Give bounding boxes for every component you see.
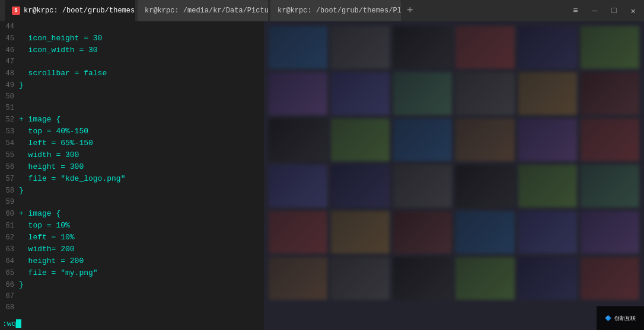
- code-line-54: 54 left = 65%-150: [0, 137, 264, 149]
- line-number: 51: [0, 102, 19, 114]
- line-content: left = 10%: [19, 232, 75, 243]
- line-content: file = "kde_logo.png": [19, 173, 125, 184]
- line-number: 65: [0, 268, 19, 279]
- code-line-56: 56 height = 300: [0, 161, 264, 173]
- line-number: 61: [0, 220, 19, 232]
- cmd-text: :wq: [2, 319, 16, 328]
- code-line-47: 47: [0, 56, 264, 68]
- line-number: 63: [0, 244, 19, 255]
- line-number: 60: [0, 209, 19, 220]
- line-content: + image {: [19, 114, 60, 125]
- code-line-46: 46 icon_width = 30: [0, 44, 264, 56]
- filebrowser-pane: [264, 21, 644, 330]
- line-content: width = 300: [19, 149, 79, 161]
- line-content: width= 200: [19, 244, 75, 255]
- line-number: 45: [0, 33, 19, 44]
- command-line[interactable]: :wq: [0, 317, 264, 330]
- menu-button[interactable]: ≡: [569, 5, 581, 17]
- line-content: icon_height = 30: [19, 33, 102, 44]
- code-line-68: 68: [0, 302, 264, 313]
- titlebar: $ kr@krpc: /boot/grub/themes/Plas kr@krp…: [0, 0, 644, 21]
- line-number: 53: [0, 126, 19, 137]
- line-content: }: [19, 185, 24, 196]
- code-line-57: 57 file = "kde_logo.png": [0, 173, 264, 185]
- line-number: 59: [0, 197, 19, 208]
- tab-3-label: kr@krpc: /boot/grub/themes/Plas: [278, 7, 401, 15]
- code-line-64: 64 height = 200: [0, 255, 264, 267]
- code-line-65: 65 file = "my.png": [0, 267, 264, 279]
- line-content: left = 65%-150: [19, 137, 93, 149]
- watermark-text: 🔷 创新互联: [605, 315, 636, 322]
- line-content: }: [19, 279, 24, 290]
- line-number: 68: [0, 302, 19, 313]
- minimize-button[interactable]: —: [589, 5, 601, 17]
- line-number: 46: [0, 45, 19, 56]
- code-line-67: 67: [0, 291, 264, 302]
- code-line-66: 66}: [0, 279, 264, 291]
- line-number: 67: [0, 291, 19, 302]
- line-number: 55: [0, 150, 19, 161]
- line-number: 66: [0, 280, 19, 291]
- tab-2[interactable]: kr@krpc: /media/kr/Data/Pictu: [138, 0, 268, 21]
- line-number: 48: [0, 68, 19, 79]
- line-content: file = "my.png": [19, 267, 98, 278]
- line-number: 49: [0, 80, 19, 91]
- blur-overlay: [264, 21, 644, 330]
- line-content: height = 200: [19, 255, 84, 267]
- code-line-50: 50: [0, 91, 264, 102]
- editor-content: 4445 icon_height = 3046 icon_width = 304…: [0, 21, 264, 330]
- line-content: + image {: [19, 208, 60, 219]
- line-content: height = 300: [19, 161, 84, 172]
- code-line-61: 61 top = 10%: [0, 220, 264, 232]
- main-area: 4445 icon_height = 3046 icon_width = 304…: [0, 21, 644, 330]
- window-controls: ≡ — □ ✕: [569, 5, 639, 17]
- maximize-button[interactable]: □: [608, 5, 620, 17]
- line-number: 58: [0, 185, 19, 197]
- terminal-icon: $: [12, 7, 20, 15]
- code-line-45: 45 icon_height = 30: [0, 33, 264, 44]
- code-line-59: 59: [0, 197, 264, 208]
- tab-3[interactable]: kr@krpc: /boot/grub/themes/Plas: [270, 0, 401, 21]
- code-line-55: 55 width = 300: [0, 149, 264, 161]
- line-content: icon_width = 30: [19, 44, 98, 56]
- line-number: 57: [0, 174, 19, 185]
- line-number: 52: [0, 114, 19, 126]
- code-line-52: 52+ image {: [0, 114, 264, 126]
- code-line-58: 58}: [0, 185, 264, 197]
- line-content: scrollbar = false: [19, 68, 107, 79]
- line-number: 62: [0, 232, 19, 244]
- editor-pane: 4445 icon_height = 3046 icon_width = 304…: [0, 21, 264, 330]
- watermark: 🔷 创新互联: [597, 306, 644, 330]
- line-content: }: [19, 79, 24, 91]
- code-line-44: 44: [0, 21, 264, 33]
- tab-2-label: kr@krpc: /media/kr/Data/Pictu: [145, 7, 268, 15]
- code-line-48: 48 scrollbar = false: [0, 68, 264, 79]
- line-number: 44: [0, 21, 19, 33]
- line-number: 64: [0, 256, 19, 267]
- close-button[interactable]: ✕: [627, 5, 639, 17]
- line-number: 56: [0, 162, 19, 173]
- cursor: [16, 319, 21, 328]
- code-line-51: 51: [0, 102, 264, 114]
- line-number: 54: [0, 138, 19, 149]
- code-line-63: 63 width= 200: [0, 244, 264, 255]
- line-number: 47: [0, 56, 19, 68]
- code-line-62: 62 left = 10%: [0, 232, 264, 244]
- tab-1-label: kr@krpc: /boot/grub/themes/Plas: [24, 7, 135, 15]
- line-content: top = 40%-150: [19, 126, 88, 137]
- code-line-53: 53 top = 40%-150: [0, 126, 264, 137]
- code-line-49: 49}: [0, 79, 264, 91]
- line-number: 50: [0, 91, 19, 102]
- tab-1[interactable]: $ kr@krpc: /boot/grub/themes/Plas: [5, 0, 135, 21]
- line-content: top = 10%: [19, 220, 70, 231]
- add-tab-button[interactable]: +: [403, 5, 417, 17]
- code-line-60: 60+ image {: [0, 208, 264, 220]
